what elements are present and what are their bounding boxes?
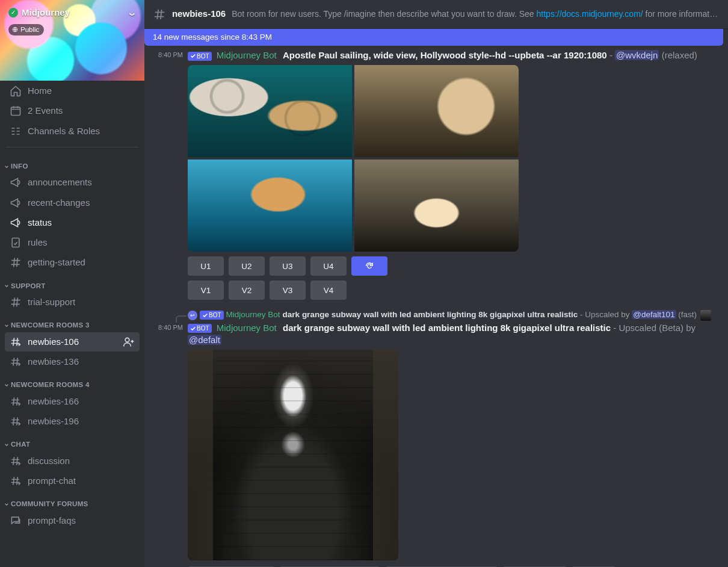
category-header[interactable]: NEWCOMER ROOMS 4 (0, 372, 144, 391)
channel-topic[interactable]: Bot room for new users. Type /imagine th… (232, 8, 720, 20)
category-header[interactable]: COMMUNITY FORUMS (0, 491, 144, 510)
chevron-down-icon (4, 382, 10, 388)
upscale-4-button[interactable]: U4 (310, 256, 347, 276)
image-tile-3[interactable] (188, 160, 352, 252)
channel-prompt-chat[interactable]: prompt-chat (5, 471, 140, 491)
channel-rules[interactable]: rules (5, 233, 140, 252)
channel-getting-started[interactable]: getting-started (5, 253, 140, 272)
channel-label: prompt-chat (28, 475, 76, 487)
bot-tag: BOT (188, 324, 212, 333)
nav-events[interactable]: 2 Events (5, 101, 140, 120)
channel-label: newbies-106 (28, 336, 79, 348)
prompt-text: dark grange subway wall with led ambient… (283, 323, 611, 333)
channel-status[interactable]: status (5, 213, 140, 232)
chevron-down-icon: ⌄ (126, 6, 137, 19)
calendar-icon (10, 105, 22, 117)
channel-label: getting-started (28, 256, 85, 268)
variation-4-button[interactable]: V4 (310, 280, 347, 300)
category-header[interactable]: INFO (0, 153, 144, 173)
hash-icon (153, 8, 166, 21)
reroll-button[interactable] (351, 256, 387, 276)
channel-label: prompt-faqs (28, 515, 76, 527)
category-header[interactable]: NEWCOMER ROOMS 3 (0, 312, 144, 332)
message: 8:40 PM BOT Midjourney Bot Apostle Paul … (144, 48, 728, 302)
channel-newbies-136[interactable]: newbies-136 (5, 352, 140, 371)
browse-icon (10, 125, 22, 137)
upscale-1-button[interactable]: U1 (188, 256, 224, 276)
variation-3-button[interactable]: V3 (270, 280, 306, 300)
docs-link[interactable]: https://docs.midjourney.com/ (537, 9, 643, 19)
bot-tag: BOT (200, 311, 224, 320)
image-grid[interactable] (188, 65, 519, 252)
nav-home[interactable]: Home (5, 81, 140, 101)
public-badge: Public (8, 24, 44, 36)
prompt-text: Apostle Paul sailing, wide view, Hollywo… (283, 50, 607, 60)
new-messages-bar[interactable]: 14 new messages since 8:43 PM (144, 29, 723, 46)
refresh-icon (365, 261, 374, 271)
channel-discussion[interactable]: discussion (5, 451, 140, 471)
globe-icon (12, 26, 18, 33)
svg-point-3 (125, 338, 129, 342)
chevron-down-icon (4, 323, 10, 329)
channel-announcements[interactable]: announcements (5, 173, 140, 192)
channel-newbies-196[interactable]: newbies-196 (5, 412, 140, 431)
channel-label: status (28, 217, 52, 229)
channel-label: newbies-166 (28, 395, 79, 407)
svg-rect-2 (12, 238, 19, 247)
channel-label: rules (28, 237, 48, 249)
user-mention[interactable]: @defalt (188, 335, 221, 345)
user-mention[interactable]: @wvkdejn (615, 50, 659, 60)
upscale-3-button[interactable]: U3 (270, 256, 306, 276)
reply-author[interactable]: Midjourney Bot (226, 309, 280, 320)
upscaled-image[interactable] (188, 350, 398, 560)
author-name[interactable]: Midjourney Bot (217, 50, 277, 60)
user-mention[interactable]: @defalt101 (632, 310, 676, 319)
channel-recent-changes[interactable]: recent-changes (5, 193, 140, 212)
channel-label: recent-changes (28, 197, 90, 209)
verified-icon: ✓ (8, 8, 18, 17)
channel-label: newbies-196 (28, 415, 79, 427)
image-tile-1[interactable] (188, 65, 352, 157)
server-header-button[interactable]: ✓ Midjourney ⌄ (0, 0, 144, 22)
channel-sidebar: ✓ Midjourney ⌄ Public Home 2 Events Chan… (0, 0, 144, 567)
timestamp: 8:40 PM (144, 51, 183, 60)
reply-thumbnail-icon (700, 310, 711, 321)
category-header[interactable]: CHAT (0, 432, 144, 451)
divider (6, 147, 138, 147)
channel-newbies-106[interactable]: newbies-106 (5, 332, 140, 352)
reply-content: dark grange subway wall with led ambient… (283, 309, 697, 320)
chevron-down-icon (4, 164, 10, 170)
chevron-down-icon (4, 501, 10, 507)
category-header[interactable]: SUPPORT (0, 273, 144, 293)
svg-rect-1 (11, 108, 20, 116)
bot-tag: BOT (188, 52, 212, 61)
image-tile-2[interactable] (354, 65, 519, 157)
variation-1-button[interactable]: V1 (188, 280, 224, 300)
reply-arrow-icon: ↩ (188, 311, 197, 320)
author-name[interactable]: Midjourney Bot (217, 323, 277, 333)
message: 8:40 PM BOT Midjourney Bot dark grange s… (144, 321, 728, 567)
reply-reference[interactable]: ↩ BOT Midjourney Bot dark grange subway … (165, 302, 728, 320)
upscale-2-button[interactable]: U2 (229, 256, 265, 276)
channel-label: announcements (28, 176, 92, 188)
channel-trial-support[interactable]: trial-support (5, 293, 140, 312)
public-label: Public (20, 25, 39, 35)
channel-prompt-faqs[interactable]: prompt-faqs (5, 511, 140, 530)
channel-newbies-166[interactable]: newbies-166 (5, 392, 140, 411)
image-tile-4[interactable] (354, 160, 519, 252)
chevron-down-icon (4, 283, 10, 289)
channel-label: discussion (28, 455, 70, 467)
chevron-down-icon (4, 442, 10, 448)
variation-2-button[interactable]: V2 (229, 280, 265, 300)
timestamp: 8:40 PM (144, 323, 183, 332)
server-name: Midjourney (22, 7, 128, 19)
channel-label: newbies-136 (28, 356, 79, 368)
chat-area: newbies-106 Bot room for new users. Type… (144, 0, 728, 567)
home-icon (10, 85, 22, 97)
channel-header: newbies-106 Bot room for new users. Type… (144, 0, 728, 29)
channel-name: newbies-106 (172, 8, 226, 20)
nav-channels-roles[interactable]: Channels & Roles (5, 122, 140, 141)
server-banner: ✓ Midjourney ⌄ Public (0, 0, 144, 81)
create-invite-icon[interactable] (123, 336, 135, 348)
channel-label: trial-support (28, 296, 75, 308)
